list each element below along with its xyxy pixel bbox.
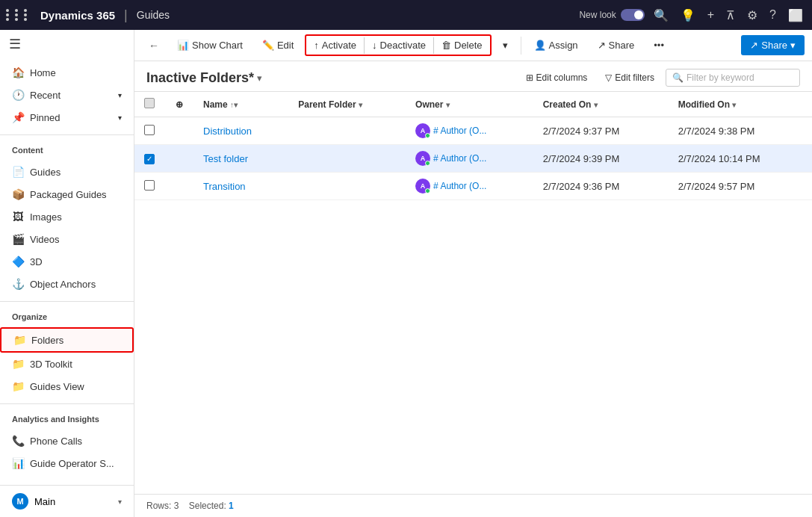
row2-checkbox[interactable]: ✓ — [144, 154, 155, 164]
dropdown-button[interactable]: ▾ — [495, 35, 516, 55]
header-actions: ⊞ Edit columns ▽ Edit filters 🔍 Filter b… — [519, 69, 800, 87]
row1-created-on: 2/7/2024 9:37 PM — [534, 117, 669, 145]
delete-button[interactable]: 🗑 Delete — [434, 36, 490, 55]
parent-folder-column-header[interactable]: Parent Folder ▾ — [289, 92, 406, 117]
sidebar-item-images[interactable]: 🖼 Images — [0, 205, 134, 228]
assign-icon: 👤 — [534, 40, 546, 51]
row1-checkbox[interactable] — [144, 125, 155, 135]
deactivate-label: Deactivate — [380, 40, 426, 51]
show-chart-button[interactable]: 📊 Show Chart — [169, 35, 251, 55]
top-bar: Dynamics 365 | Guides New look 🔍 💡 + ⊼ ⚙… — [0, 0, 812, 30]
row2-checkbox-cell[interactable]: ✓ — [134, 145, 164, 173]
sidebar-item-folders[interactable]: 📁 Folders — [0, 327, 134, 353]
deactivate-button[interactable]: ↓ Deactivate — [365, 36, 433, 55]
created-on-column-header[interactable]: Created On ▾ — [534, 92, 669, 117]
sidebar-item-recent-label: Recent — [30, 90, 61, 101]
owner-sort-icon: ▾ — [446, 101, 450, 109]
sidebar-item-videos[interactable]: 🎬 Videos — [0, 228, 134, 250]
new-look-label: New look — [579, 10, 616, 20]
row2-owner-cell: A # Author (O... — [406, 145, 534, 173]
sidebar-item-guide-operator[interactable]: 📊 Guide Operator S... — [0, 452, 134, 474]
select-all-checkbox[interactable] — [144, 98, 155, 108]
sidebar-item-videos-label: Videos — [30, 234, 60, 245]
new-look-toggle[interactable]: New look — [579, 9, 644, 21]
row2-name-link[interactable]: Test folder — [203, 153, 248, 164]
search-icon[interactable]: 🔍 — [651, 5, 672, 25]
sidebar-item-guides[interactable]: 📄 Guides — [0, 161, 134, 183]
row1-owner-cell: A # Author (O... — [406, 117, 534, 145]
sidebar-item-home[interactable]: 🏠 Home — [0, 61, 134, 84]
select-all-header[interactable] — [134, 92, 164, 117]
share-button[interactable]: ↗ Share — [589, 35, 643, 55]
parent-folder-sort-icon: ▾ — [359, 101, 362, 109]
row3-checkbox-cell[interactable] — [134, 173, 164, 200]
sidebar-item-packaged-guides[interactable]: 📦 Packaged Guides — [0, 183, 134, 205]
settings-icon[interactable]: ⚙ — [744, 5, 760, 25]
filter-placeholder: Filter by keyword — [687, 72, 754, 83]
packaged-guides-icon: 📦 — [12, 188, 24, 200]
row3-owner-name[interactable]: # Author (O... — [433, 181, 486, 191]
owner-label: Owner — [415, 99, 443, 110]
row1-checkbox-cell[interactable] — [134, 117, 164, 145]
row2-owner-badge: A # Author (O... — [415, 151, 486, 166]
row3-created-on: 2/7/2024 9:36 PM — [534, 173, 669, 200]
table-row: Transition A # Author (O... 2/7/2024 9 — [134, 173, 812, 200]
sidebar-item-folders-label: Folders — [31, 335, 63, 346]
edit-button[interactable]: ✏️ Edit — [254, 35, 302, 55]
assign-button[interactable]: 👤 Assign — [526, 35, 586, 55]
lightbulb-icon[interactable]: 💡 — [678, 5, 698, 25]
activate-button[interactable]: ↑ Activate — [306, 36, 364, 55]
title-dropdown-icon[interactable]: ▾ — [257, 72, 262, 84]
content-header: Inactive Folders* ▾ ⊞ Edit columns ▽ Edi… — [134, 61, 812, 92]
row2-parent-folder-cell — [289, 145, 406, 173]
waffle-icon[interactable] — [6, 9, 31, 21]
modified-on-column-header[interactable]: Modified On ▾ — [669, 92, 812, 117]
name-sort-icon: ↑▾ — [230, 101, 238, 109]
selected-count: 1 — [229, 501, 234, 511]
3d-icon: 🔷 — [12, 256, 24, 267]
selected-label: Selected: — [189, 501, 226, 511]
row2-created-on: 2/7/2024 9:39 PM — [534, 145, 669, 173]
sidebar-bottom-main[interactable]: M Main ▾ — [0, 486, 134, 517]
help-icon[interactable]: ? — [766, 5, 779, 25]
owner-column-header[interactable]: Owner ▾ — [406, 92, 534, 117]
row2-owner-name[interactable]: # Author (O... — [433, 153, 486, 164]
folders-icon: 📁 — [13, 334, 25, 346]
edit-label: Edit — [277, 40, 294, 51]
row1-modified-on: 2/7/2024 9:38 PM — [669, 117, 812, 145]
home-icon: 🏠 — [12, 66, 24, 78]
share-primary-button[interactable]: ↗ Share ▾ — [741, 35, 805, 55]
sidebar-item-phone-calls[interactable]: 📞 Phone Calls — [0, 430, 134, 452]
edit-filters-button[interactable]: ▽ Edit filters — [598, 69, 661, 87]
deactivate-icon: ↓ — [372, 40, 377, 51]
plus-icon[interactable]: + — [704, 5, 717, 25]
sidebar-item-3d[interactable]: 🔷 3D — [0, 250, 134, 273]
row1-owner-name[interactable]: # Author (O... — [433, 126, 486, 136]
row1-owner-badge: A # Author (O... — [415, 123, 486, 138]
window-icon[interactable]: ⬜ — [785, 5, 806, 25]
sidebar-item-object-anchors[interactable]: ⚓ Object Anchors — [0, 273, 134, 295]
avatar: M — [12, 493, 28, 510]
row3-checkbox[interactable] — [144, 180, 155, 191]
show-chart-label: Show Chart — [192, 40, 243, 51]
back-button[interactable]: ← — [142, 35, 166, 56]
edit-columns-button[interactable]: ⊞ Edit columns — [519, 69, 595, 87]
sidebar-item-guides-view[interactable]: 📁 Guides View — [0, 375, 134, 397]
filter-icon[interactable]: ⊼ — [723, 5, 738, 25]
edit-filters-label: Edit filters — [615, 72, 654, 83]
sidebar-item-phone-calls-label: Phone Calls — [30, 436, 82, 447]
sidebar-item-recent[interactable]: 🕐 Recent ▾ — [0, 84, 134, 106]
page-title: Inactive Folders* — [146, 70, 254, 86]
more-options-button[interactable]: ••• — [645, 35, 672, 55]
app-title: Dynamics 365 — [40, 9, 115, 22]
recent-chevron: ▾ — [118, 91, 122, 99]
hierarchy-header[interactable]: ⊕ — [164, 92, 194, 117]
sidebar-item-pinned[interactable]: 📌 Pinned ▾ — [0, 106, 134, 129]
name-column-header[interactable]: Name ↑▾ — [194, 92, 289, 117]
sidebar-item-3d-toolkit[interactable]: 📁 3D Toolkit — [0, 353, 134, 375]
rows-count: Rows: 3 — [146, 501, 179, 511]
hamburger-icon[interactable]: ☰ — [0, 30, 134, 58]
dropdown-chevron-icon: ▾ — [503, 40, 508, 51]
new-look-switch[interactable] — [621, 9, 645, 21]
filter-input-box[interactable]: 🔍 Filter by keyword — [666, 69, 800, 87]
